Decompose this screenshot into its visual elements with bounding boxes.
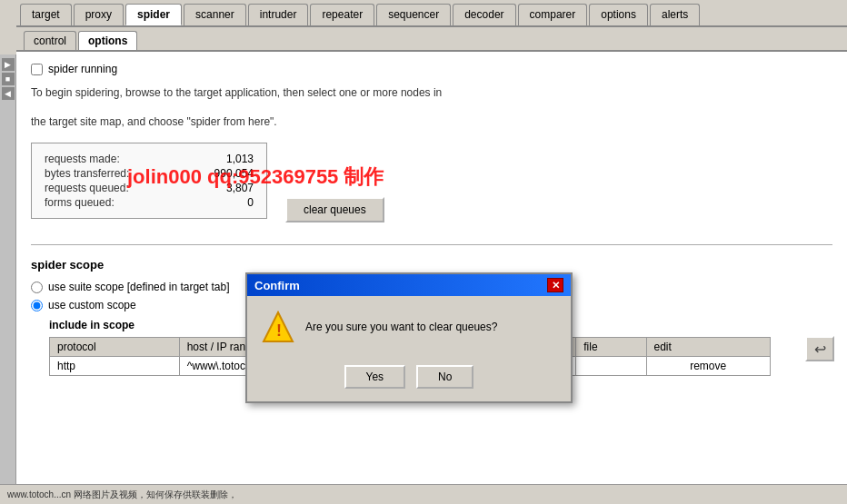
dialog-no-button[interactable]: No — [416, 365, 473, 389]
dialog-title-bar: Confirm ✕ — [247, 274, 571, 296]
svg-text:!: ! — [276, 321, 282, 340]
warning-icon: ! — [262, 311, 294, 343]
dialog-title: Confirm — [254, 279, 300, 292]
dialog-close-button[interactable]: ✕ — [547, 278, 563, 292]
confirm-dialog: Confirm ✕ ! Are you sure you want to cle… — [245, 272, 573, 403]
dialog-overlay: Confirm ✕ ! Are you sure you want to cle… — [0, 0, 847, 504]
dialog-message: Are you sure you want to clear queues? — [305, 321, 497, 333]
dialog-body: ! Are you sure you want to clear queues? — [247, 296, 571, 358]
dialog-yes-button[interactable]: Yes — [344, 365, 406, 389]
dialog-buttons: Yes No — [247, 358, 571, 401]
